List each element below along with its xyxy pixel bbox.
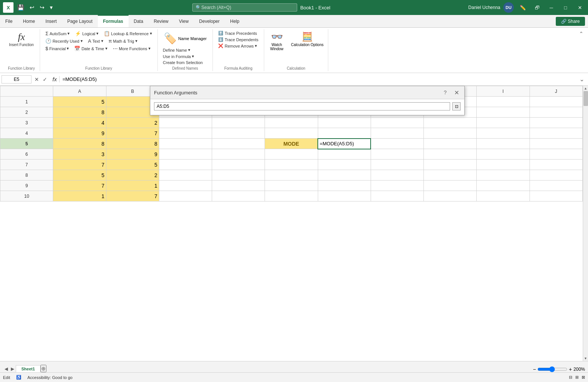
tab-file[interactable]: File (0, 15, 18, 27)
cell-I3[interactable] (477, 118, 530, 128)
cell-H5[interactable] (424, 139, 477, 149)
cell-B5[interactable]: 8 (106, 139, 159, 149)
cell-D10[interactable] (212, 191, 265, 201)
cell-J4[interactable] (530, 128, 582, 139)
page-break-view-icon[interactable]: ⊠ (582, 375, 585, 380)
cell-I6[interactable] (477, 149, 530, 160)
cell-C5[interactable] (159, 139, 212, 149)
text-dropdown-icon[interactable]: ▾ (101, 39, 103, 43)
cell-D3[interactable] (212, 118, 265, 128)
cell-E9[interactable] (265, 181, 318, 191)
cell-C7[interactable] (159, 160, 212, 170)
name-manager-button[interactable]: 🏷️ Name Manager (161, 30, 210, 47)
cell-I4[interactable] (477, 128, 530, 139)
define-name-dropdown-icon[interactable]: ▾ (188, 48, 190, 52)
expand-formula-bar-button[interactable]: ⌄ (577, 75, 587, 84)
cell-J6[interactable] (530, 149, 582, 160)
customize-button[interactable]: ▾ (48, 3, 54, 12)
recently-used-button[interactable]: 🕐 Recently Used ▾ (43, 37, 85, 45)
cell-F10[interactable] (318, 191, 371, 201)
cell-G4[interactable] (371, 128, 423, 139)
trace-dependents-button[interactable]: ⬇️ Trace Dependents (216, 36, 260, 43)
tab-page-layout[interactable]: Page Layout (62, 15, 97, 27)
cell-B4[interactable]: 7 (106, 128, 159, 139)
cell-E6[interactable] (265, 149, 318, 160)
cell-G7[interactable] (371, 160, 423, 170)
logical-button[interactable]: ⚡ Logical ▾ (73, 30, 101, 37)
cell-E8[interactable] (265, 170, 318, 181)
cell-A7[interactable]: 7 (53, 160, 106, 170)
cell-G6[interactable] (371, 149, 423, 160)
cell-D9[interactable] (212, 181, 265, 191)
cell-D5[interactable] (212, 139, 265, 149)
financial-dropdown-icon[interactable]: ▾ (67, 46, 69, 51)
tab-view[interactable]: View (174, 15, 194, 27)
scroll-up-button[interactable]: ▲ (583, 86, 588, 91)
cell-H9[interactable] (424, 181, 477, 191)
cell-A3[interactable]: 4 (53, 118, 106, 128)
minimize-button[interactable]: ─ (546, 4, 557, 11)
tab-developer[interactable]: Developer (194, 15, 225, 27)
cell-B7[interactable]: 5 (106, 160, 159, 170)
dialog-help-button[interactable]: ? (441, 88, 449, 97)
cell-F6[interactable] (318, 149, 371, 160)
cell-J8[interactable] (530, 170, 582, 181)
share-button[interactable]: 🔗 Share (556, 17, 585, 26)
cell-E7[interactable] (265, 160, 318, 170)
cell-B6[interactable]: 9 (106, 149, 159, 160)
cell-H8[interactable] (424, 170, 477, 181)
dialog-close-button[interactable]: ✕ (452, 88, 461, 97)
range-select-button[interactable]: ⊡ (452, 102, 461, 110)
scroll-thumb[interactable] (584, 91, 588, 106)
cell-A2[interactable]: 8 (53, 107, 106, 118)
undo-button[interactable]: ↩ (28, 3, 36, 12)
cell-J5[interactable] (530, 139, 582, 149)
cell-J7[interactable] (530, 160, 582, 170)
cell-C4[interactable] (159, 128, 212, 139)
cell-I9[interactable] (477, 181, 530, 191)
cell-F8[interactable] (318, 170, 371, 181)
collapse-ribbon-button[interactable]: ⌃ (578, 29, 585, 38)
function-arg-input[interactable] (154, 102, 450, 110)
tab-home[interactable]: Home (18, 15, 40, 27)
cell-B10[interactable]: 7 (106, 191, 159, 201)
scroll-down-button[interactable]: ▼ (583, 356, 588, 361)
cell-C9[interactable] (159, 181, 212, 191)
cell-E3[interactable] (265, 118, 318, 128)
cell-E4[interactable] (265, 128, 318, 139)
tab-review[interactable]: Review (148, 15, 174, 27)
column-header-A[interactable]: A (53, 86, 106, 97)
cell-C8[interactable] (159, 170, 212, 181)
use-in-formula-dropdown-icon[interactable]: ▾ (192, 54, 194, 59)
search-input[interactable] (201, 5, 291, 10)
cell-F4[interactable] (318, 128, 371, 139)
math-trig-button[interactable]: π Math & Trig ▾ (106, 37, 140, 45)
cell-J2[interactable] (530, 107, 582, 118)
maximize-button[interactable]: □ (560, 4, 571, 11)
cell-I1[interactable] (477, 97, 530, 107)
lookup-reference-button[interactable]: 📋 Lookup & Reference ▾ (102, 30, 154, 37)
watch-window-button[interactable]: 👓 WatchWindow (267, 30, 287, 52)
cell-J9[interactable] (530, 181, 582, 191)
cell-H7[interactable] (424, 160, 477, 170)
remove-arrows-dropdown-icon[interactable]: ▾ (255, 43, 257, 48)
cell-G8[interactable] (371, 170, 423, 181)
zoom-slider[interactable] (537, 366, 567, 372)
cell-C3[interactable] (159, 118, 212, 128)
financial-button[interactable]: $ Financial ▾ (43, 45, 71, 52)
cell-I5[interactable] (477, 139, 530, 149)
text-button[interactable]: A Text ▾ (86, 37, 106, 45)
confirm-formula-button[interactable]: ✓ (41, 76, 49, 83)
recently-used-dropdown-icon[interactable]: ▾ (81, 39, 83, 43)
redo-button[interactable]: ↪ (38, 3, 46, 12)
cell-H6[interactable] (424, 149, 477, 160)
column-header-J[interactable]: J (530, 86, 582, 97)
zoom-out-button[interactable]: − (533, 366, 536, 372)
cell-F5[interactable]: =MODE(A5:D5) (318, 139, 371, 149)
cell-J10[interactable] (530, 191, 582, 201)
autosum-dropdown-icon[interactable]: ▾ (67, 31, 70, 36)
cell-A8[interactable]: 5 (53, 170, 106, 181)
cell-reference-box[interactable] (1, 75, 31, 84)
cell-E5[interactable]: MODE (265, 139, 318, 149)
close-button[interactable]: ✕ (575, 4, 585, 11)
